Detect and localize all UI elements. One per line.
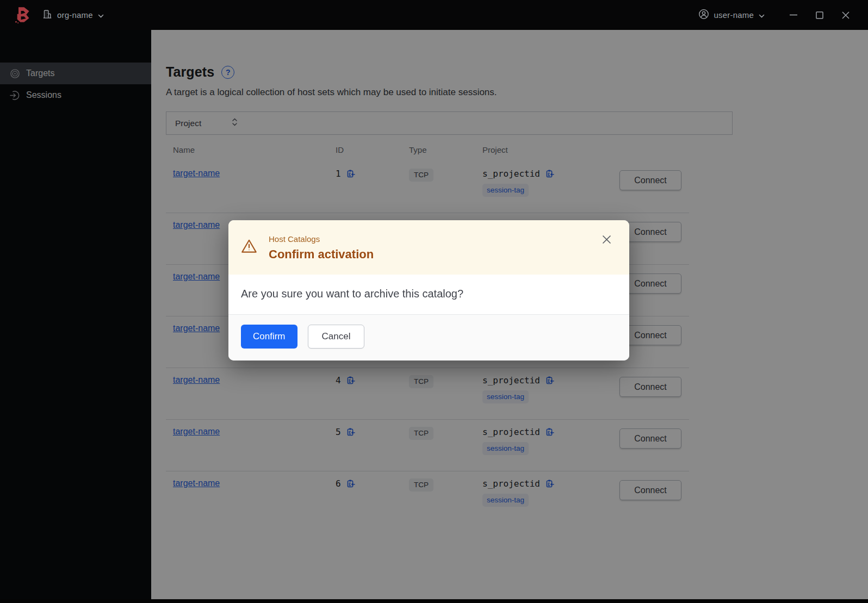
dialog-body-text: Are you sure you want to archive this ca…	[228, 275, 629, 314]
window-close-button[interactable]	[840, 9, 852, 21]
titlebar: org-name user-name	[0, 0, 868, 30]
user-name-label: user-name	[714, 10, 754, 20]
org-building-icon	[42, 9, 52, 21]
confirm-dialog: Host Catalogs Confirm activation Are you…	[228, 220, 629, 360]
org-switcher[interactable]: org-name	[42, 9, 104, 21]
dialog-close-icon[interactable]	[601, 234, 612, 245]
user-menu[interactable]: user-name	[698, 9, 765, 21]
window-maximize-button[interactable]	[814, 9, 826, 21]
window-minimize-button[interactable]	[788, 9, 799, 21]
dialog-context-label: Host Catalogs	[269, 234, 374, 244]
boundary-logo	[15, 7, 30, 23]
dialog-title: Confirm activation	[269, 247, 374, 262]
dialog-footer: Confirm Cancel	[228, 314, 629, 360]
chevron-down-icon	[98, 10, 104, 20]
cancel-button[interactable]: Cancel	[308, 325, 365, 349]
dialog-header: Host Catalogs Confirm activation	[228, 220, 629, 275]
chevron-down-icon	[759, 10, 765, 20]
confirm-button[interactable]: Confirm	[241, 325, 297, 349]
org-name-label: org-name	[57, 10, 93, 20]
warning-triangle-icon	[241, 239, 257, 262]
user-icon	[698, 9, 709, 21]
